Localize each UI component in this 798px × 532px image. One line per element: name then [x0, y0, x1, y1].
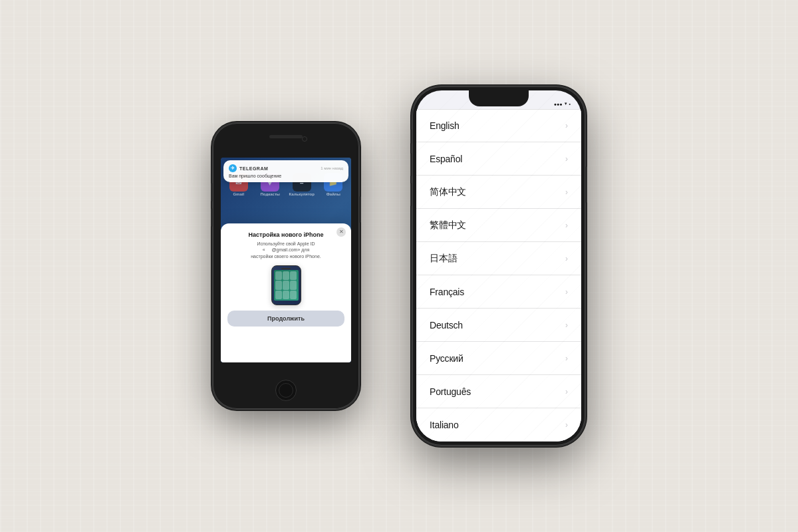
- language-name-english: English: [430, 120, 460, 131]
- iphonex-notch: [469, 90, 529, 106]
- iphone8-speaker: [269, 135, 303, 138]
- dialog-close-button[interactable]: ✕: [336, 227, 346, 237]
- iphonex-vol-down-button: [410, 183, 412, 206]
- language-name-japanese: 日本語: [430, 253, 457, 265]
- chevron-icon-traditional-chinese: ›: [565, 221, 568, 230]
- language-item-portuguese[interactable]: Português ›: [416, 375, 581, 408]
- status-icons: ●●● ▾ ▪: [554, 101, 571, 106]
- dialog-phone-illustration: [271, 265, 301, 305]
- dialog-title: Настройка нового iPhone: [249, 231, 324, 238]
- notification-message: Вам пришло сообщение: [229, 174, 343, 178]
- language-name-simplified-chinese: 简体中文: [430, 186, 466, 198]
- dialog-phone-screen: [274, 270, 299, 301]
- dialog-subtitle: Используйте свой Apple ID« @gmail.com» д…: [251, 241, 321, 260]
- signal-icon: ●●●: [554, 102, 563, 106]
- notification-time: 1 мин назад: [321, 166, 343, 170]
- language-item-italian[interactable]: Italiano ›: [416, 408, 581, 442]
- language-name-traditional-chinese: 繁體中文: [430, 219, 466, 231]
- language-item-english[interactable]: English ›: [416, 109, 581, 142]
- iphone8-home-button[interactable]: [275, 380, 297, 401]
- mini-app-1: [275, 271, 282, 280]
- language-item-traditional-chinese[interactable]: 繁體中文 ›: [416, 209, 581, 242]
- language-item-espanol[interactable]: Español ›: [416, 142, 581, 176]
- telegram-notification[interactable]: ✈ TELEGRAM 1 мин назад Вам пришло сообще…: [223, 160, 348, 182]
- telegram-icon: ✈: [229, 164, 237, 172]
- mini-app-8: [283, 291, 289, 299]
- language-name-french: Français: [430, 287, 464, 297]
- mini-app-5: [283, 281, 289, 289]
- battery-icon: ▪: [569, 102, 571, 106]
- wifi-icon: ▾: [565, 101, 567, 106]
- mini-app-3: [290, 271, 297, 280]
- iphonex-mute-button: [410, 129, 412, 144]
- language-list: English › Español › 简体中文 › 繁體中文 › 日本語 › …: [416, 109, 581, 442]
- notification-app-name: ✈ TELEGRAM: [229, 164, 268, 172]
- language-item-simplified-chinese[interactable]: 简体中文 ›: [416, 176, 581, 209]
- chevron-icon-simplified-chinese: ›: [565, 188, 568, 197]
- mini-app-2: [283, 271, 289, 280]
- language-name-portuguese: Português: [430, 386, 471, 397]
- iphone8-power-button: [359, 196, 361, 223]
- iphonex: ●●● ▾ ▪ English › Español › 简体中文 › 繁體中文 …: [412, 86, 585, 446]
- language-item-german[interactable]: Deutsch ›: [416, 309, 581, 342]
- language-name-russian: Русский: [430, 353, 464, 364]
- chevron-icon-french: ›: [565, 287, 568, 297]
- language-name-italian: Italiano: [430, 420, 459, 430]
- iphone8-screen: ✉ Gmail 🎙 Подкасты = Калькулятор 📁: [221, 158, 351, 362]
- chevron-icon-italian: ›: [565, 420, 568, 430]
- iphonex-power-button: [585, 166, 587, 203]
- chevron-icon-english: ›: [565, 121, 568, 130]
- iphonex-vol-up-button: [410, 153, 412, 176]
- mini-app-9: [290, 291, 297, 299]
- language-item-russian[interactable]: Русский ›: [416, 342, 581, 375]
- notification-header: ✈ TELEGRAM 1 мин назад: [229, 164, 343, 172]
- dialog-continue-button[interactable]: Продолжить: [227, 311, 344, 327]
- language-name-espanol: Español: [430, 154, 462, 164]
- iphone8: ✉ Gmail 🎙 Подкасты = Калькулятор 📁: [213, 123, 359, 409]
- iphonex-screen: ●●● ▾ ▪ English › Español › 简体中文 › 繁體中文 …: [416, 90, 581, 442]
- chevron-icon-espanol: ›: [565, 154, 568, 164]
- language-item-french[interactable]: Français ›: [416, 275, 581, 309]
- chevron-icon-russian: ›: [565, 354, 568, 363]
- iphone8-camera: [302, 136, 307, 142]
- chevron-icon-portuguese: ›: [565, 387, 568, 396]
- mini-app-6: [290, 281, 297, 289]
- chevron-icon-japanese: ›: [565, 254, 568, 263]
- language-item-japanese[interactable]: 日本語 ›: [416, 242, 581, 275]
- mini-app-7: [275, 291, 282, 299]
- language-name-german: Deutsch: [430, 320, 463, 331]
- iphone8-vol-up-button: [211, 183, 213, 201]
- mini-app-4: [275, 281, 282, 289]
- setup-dialog: ✕ Настройка нового iPhone Используйте св…: [221, 223, 351, 362]
- iphone8-vol-down-button: [211, 208, 213, 227]
- chevron-icon-german: ›: [565, 321, 568, 330]
